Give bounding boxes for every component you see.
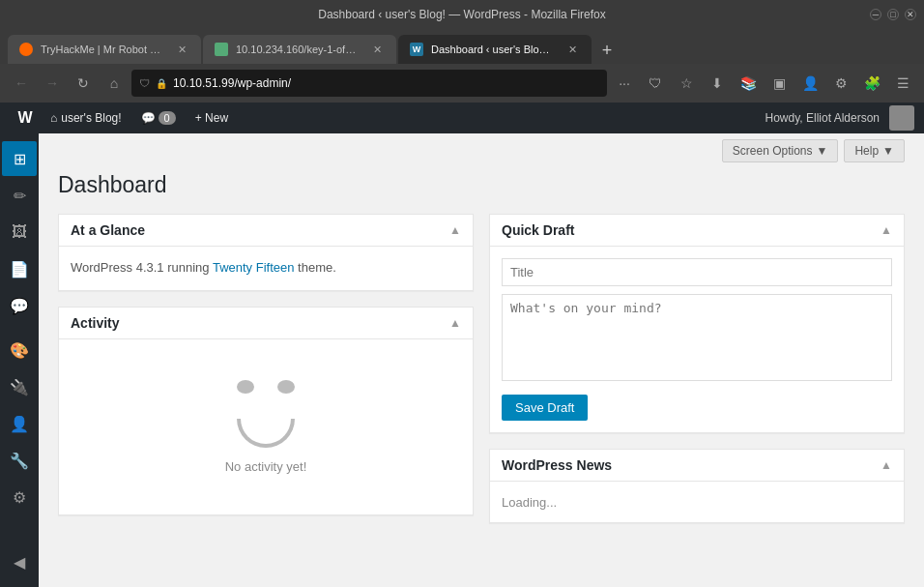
help-button[interactable]: Help ▼ — [844, 139, 905, 162]
save-draft-button[interactable]: Save Draft — [502, 395, 588, 421]
menu-icon[interactable]: ☰ — [889, 70, 916, 97]
wp-main-content: Screen Options ▼ Help ▼ Dashboard — [39, 133, 924, 587]
tab-favicon-1 — [19, 43, 33, 56]
wordpress-news-widget: WordPress News ▲ Loading... — [489, 449, 905, 523]
address-text: 10.10.51.99/wp-admin/ — [173, 76, 291, 90]
tab-favicon-2 — [215, 43, 228, 56]
browser-navbar: ← → ↻ ⌂ 🛡 🔒 10.10.51.99/wp-admin/ ··· 🛡 … — [0, 64, 924, 103]
tab-close-1[interactable]: ✕ — [175, 42, 189, 57]
browser-frame: Dashboard ‹ user's Blog! — WordPress - M… — [0, 0, 924, 587]
wordpress-news-title: WordPress News — [502, 457, 612, 473]
wp-wrapper: ⊞ ✏ 🖼 📄 💬 🎨 🔌 👤 🔧 ⚙ ◀ Screen Options ▼ H… — [0, 133, 924, 587]
tab-label-1: TryHackMe | Mr Robot C… — [41, 44, 163, 55]
tab-label-2: 10.10.234.160/key-1-of-3.t… — [236, 44, 359, 55]
security-icon: 🛡 — [139, 77, 150, 89]
admin-bar-comments[interactable]: 💬 0 — [131, 103, 186, 133]
tab-close-3[interactable]: ✕ — [565, 42, 580, 57]
admin-bar-new[interactable]: + New — [186, 103, 238, 133]
home-icon: ⌂ — [50, 111, 57, 125]
activity-collapse[interactable]: ▲ — [449, 316, 461, 330]
screen-options-label: Screen Options — [733, 144, 813, 158]
account-icon[interactable]: 👤 — [796, 70, 823, 97]
activity-empty: No activity yet! — [71, 351, 461, 503]
tab-label-3: Dashboard ‹ user's Blog!… — [431, 44, 554, 55]
sidebar-item-dashboard[interactable]: ⊞ — [2, 141, 37, 176]
bookmarks-icon[interactable]: 📚 — [735, 70, 762, 97]
tab-favicon-3: W — [410, 43, 423, 56]
activity-title: Activity — [71, 315, 120, 331]
back-button[interactable]: ← — [8, 70, 35, 97]
lock-icon: 🔒 — [156, 78, 167, 89]
at-a-glance-title: At a Glance — [71, 222, 145, 238]
activity-widget: Activity ▲ No acti — [58, 307, 474, 515]
overflow-icon[interactable]: ··· — [611, 70, 638, 97]
wordpress-news-collapse[interactable]: ▲ — [881, 458, 892, 472]
address-bar[interactable]: 🛡 🔒 10.10.51.99/wp-admin/ — [131, 70, 607, 97]
at-a-glance-collapse[interactable]: ▲ — [449, 223, 461, 237]
admin-bar-site[interactable]: ⌂ user's Blog! — [41, 103, 131, 133]
user-avatar[interactable] — [889, 105, 914, 131]
comments-icon: 💬 — [141, 111, 156, 125]
quick-draft-body: Save Draft — [490, 247, 904, 432]
download-icon[interactable]: ⬇ — [704, 70, 731, 97]
refresh-button[interactable]: ↻ — [70, 70, 97, 97]
wordpress-news-body: Loading... — [490, 482, 904, 522]
help-arrow: ▼ — [882, 144, 894, 158]
minimize-button[interactable]: ─ — [870, 9, 881, 20]
new-tab-button[interactable]: + — [593, 37, 621, 64]
theme-link[interactable]: Twenty Fifteen — [213, 260, 295, 275]
quick-draft-header: Quick Draft ▲ — [490, 215, 904, 247]
titlebar-controls: ─ □ ✕ — [870, 9, 916, 20]
sidebar-item-collapse[interactable]: ◀ — [2, 544, 37, 579]
quick-draft-widget: Quick Draft ▲ Save Draft — [489, 214, 905, 433]
smiley-left-eye — [237, 380, 254, 394]
howdy-text: Howdy, Elliot Alderson — [756, 111, 890, 125]
sidebar-item-users[interactable]: 👤 — [2, 406, 37, 441]
right-column: Quick Draft ▲ Save Draft — [489, 214, 905, 523]
quick-draft-textarea[interactable] — [502, 294, 892, 381]
shield-icon[interactable]: 🛡 — [642, 70, 669, 97]
sidebar-item-tools[interactable]: 🔧 — [2, 443, 37, 478]
at-a-glance-widget: At a Glance ▲ WordPress 4.3.1 running Tw… — [58, 214, 474, 291]
quick-draft-collapse[interactable]: ▲ — [881, 223, 892, 237]
sidebar-item-pages[interactable]: 📄 — [2, 251, 37, 286]
at-a-glance-text: WordPress 4.3.1 running Twenty Fifteen t… — [71, 258, 461, 279]
page-title: Dashboard — [58, 172, 905, 198]
sidebar-item-comments[interactable]: 💬 — [2, 288, 37, 323]
left-column: At a Glance ▲ WordPress 4.3.1 running Tw… — [58, 214, 474, 523]
settings-icon[interactable]: ⚙ — [827, 70, 854, 97]
theme-after: theme. — [294, 260, 335, 275]
browser-tab-1[interactable]: TryHackMe | Mr Robot C… ✕ — [8, 35, 201, 64]
screen-options-button[interactable]: Screen Options ▼ — [722, 139, 839, 162]
sidebar-item-appearance[interactable]: 🎨 — [2, 333, 37, 367]
quick-draft-title-input[interactable] — [502, 258, 892, 286]
admin-bar-right: Howdy, Elliot Alderson — [756, 105, 915, 131]
no-activity-text: No activity yet! — [225, 459, 307, 474]
wp-admin-bar: W ⌂ user's Blog! 💬 0 + New Howdy, Elliot… — [0, 103, 924, 133]
extensions-icon[interactable]: 🧩 — [858, 70, 885, 97]
sidebar-item-posts[interactable]: ✏ — [2, 178, 37, 213]
sidebar-item-plugins[interactable]: 🔌 — [2, 369, 37, 404]
home-button[interactable]: ⌂ — [101, 70, 128, 97]
wp-content: Dashboard At a Glance ▲ WordPr — [39, 162, 924, 543]
wp-logo[interactable]: W — [10, 103, 41, 133]
smiley-mouth — [237, 419, 295, 448]
sidebar-item-media[interactable]: 🖼 — [2, 215, 37, 249]
at-a-glance-body: WordPress 4.3.1 running Twenty Fifteen t… — [59, 247, 473, 290]
dashboard-grid: At a Glance ▲ WordPress 4.3.1 running Tw… — [58, 214, 905, 523]
forward-button[interactable]: → — [39, 70, 66, 97]
browser-titlebar: Dashboard ‹ user's Blog! — WordPress - M… — [0, 0, 924, 29]
star-icon[interactable]: ☆ — [673, 70, 700, 97]
browser-tabs: TryHackMe | Mr Robot C… ✕ 10.10.234.160/… — [0, 29, 924, 64]
maximize-button[interactable]: □ — [887, 9, 899, 20]
browser-tab-2[interactable]: 10.10.234.160/key-1-of-3.t… ✕ — [203, 35, 396, 64]
activity-body: No activity yet! — [59, 339, 473, 514]
wp-version-text: WordPress 4.3.1 running — [71, 260, 213, 275]
tablet-icon[interactable]: ▣ — [765, 70, 793, 97]
close-button[interactable]: ✕ — [905, 9, 916, 20]
browser-tab-3[interactable]: W Dashboard ‹ user's Blog!… ✕ — [398, 35, 592, 64]
sidebar-item-settings[interactable]: ⚙ — [2, 480, 37, 514]
site-name: user's Blog! — [61, 111, 121, 125]
tab-close-2[interactable]: ✕ — [370, 42, 385, 57]
smiley-right-eye — [277, 380, 295, 394]
